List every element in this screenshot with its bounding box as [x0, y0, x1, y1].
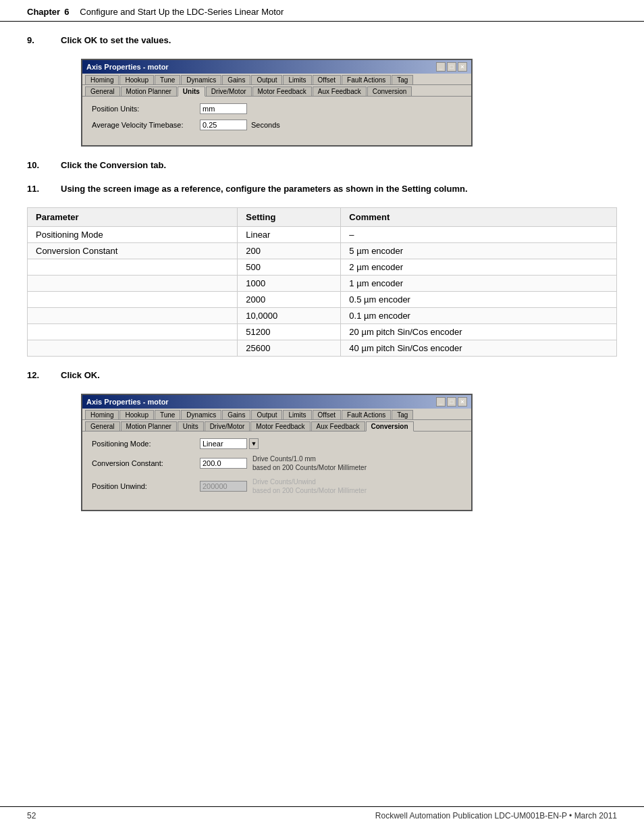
tab-motion-planner[interactable]: Motion Planner: [121, 86, 177, 96]
dialog2-tab-motor-feedback[interactable]: Motor Feedback: [250, 421, 310, 431]
table-cell-parameter: [28, 292, 238, 308]
dialog2-tab-general[interactable]: General: [85, 421, 120, 431]
step-12: 12. Click OK.: [27, 370, 617, 380]
positioning-mode-select-wrapper: ▼: [200, 438, 259, 449]
table-cell-setting: 200: [238, 243, 341, 259]
tab-aux-feedback[interactable]: Aux Feedback: [313, 86, 367, 96]
unwind-desc-line1: Drive Counts/Unwind: [252, 477, 367, 486]
avg-velocity-label: Average Velocity Timebase:: [92, 121, 200, 129]
dialog2-tab-units[interactable]: Units: [178, 421, 204, 431]
table-cell-parameter: Positioning Mode: [28, 227, 238, 243]
dialog2-tab-limits[interactable]: Limits: [283, 410, 311, 419]
tab-drive-motor[interactable]: Drive/Motor: [206, 86, 252, 96]
table-cell-setting: 25600: [238, 340, 341, 357]
tab-limits[interactable]: Limits: [283, 75, 311, 84]
tab-gains[interactable]: Gains: [222, 75, 250, 84]
dialog2-tab-conversion[interactable]: Conversion: [366, 421, 414, 432]
positioning-mode-value[interactable]: [200, 438, 247, 449]
dialog-2: Axis Properties - motor _ □ × Homing Hoo…: [81, 394, 473, 511]
positioning-mode-field: Positioning Mode: ▼: [92, 438, 462, 449]
dialog2-tab-tag[interactable]: Tag: [392, 410, 413, 419]
positioning-mode-dropdown-arrow[interactable]: ▼: [249, 438, 259, 449]
step-9-number: 9.: [27, 35, 61, 45]
conversion-constant-input[interactable]: [200, 458, 247, 469]
dialog2-tab-output[interactable]: Output: [251, 410, 282, 419]
avg-velocity-field: Average Velocity Timebase: Seconds: [92, 120, 462, 130]
position-units-field: Position Units:: [92, 103, 462, 114]
step-10: 10. Click the Conversion tab.: [27, 160, 617, 170]
tab-offset[interactable]: Offset: [313, 75, 342, 84]
publication-info: Rockwell Automation Publication LDC-UM00…: [375, 811, 617, 820]
table-cell-parameter: [28, 324, 238, 340]
step-9-text: Click OK to set the values.: [61, 35, 617, 45]
position-unwind-input: [200, 481, 247, 492]
position-unwind-field: Position Unwind: Drive Counts/Unwind bas…: [92, 477, 462, 495]
dialog-2-titlebar-controls[interactable]: _ □ ×: [436, 397, 467, 407]
tab-tag[interactable]: Tag: [392, 75, 413, 84]
table-cell-setting: 51200: [238, 324, 341, 340]
position-units-input[interactable]: [200, 103, 247, 114]
table-cell-comment: 0.5 µm encoder: [341, 292, 617, 308]
dialog-2-tabs-row2: General Motion Planner Units Drive/Motor…: [82, 420, 471, 432]
tab-units[interactable]: Units: [178, 86, 205, 97]
dialog2-tab-fault-actions[interactable]: Fault Actions: [342, 410, 391, 419]
step-11-number: 11.: [27, 184, 61, 194]
conversion-constant-field: Conversion Constant: Drive Counts/1.0 mm…: [92, 454, 462, 472]
step-9: 9. Click OK to set the values.: [27, 35, 617, 45]
position-unwind-desc: Drive Counts/Unwind based on 200 Counts/…: [252, 477, 367, 495]
dialog2-minimize-button[interactable]: _: [436, 397, 446, 407]
conversion-desc-line2: based on 200 Counts/Motor Millimeter: [252, 463, 367, 472]
page-header: Chapter 6 Configure and Start Up the LDC…: [0, 0, 644, 22]
table-cell-comment: 2 µm encoder: [341, 259, 617, 276]
dialog2-tab-aux-feedback[interactable]: Aux Feedback: [311, 421, 365, 431]
dialog-1-titlebar: Axis Properties - motor _ □ ×: [82, 60, 471, 74]
table-cell-parameter: [28, 340, 238, 357]
positioning-mode-label: Positioning Mode:: [92, 440, 200, 448]
table-row: 10001 µm encoder: [28, 276, 617, 292]
main-content: 9. Click OK to set the values. Axis Prop…: [0, 22, 644, 552]
table-cell-parameter: Conversion Constant: [28, 243, 238, 259]
table-cell-setting: 2000: [238, 292, 341, 308]
table-row: 5002 µm encoder: [28, 259, 617, 276]
table-row: 5120020 µm pitch Sin/Cos encoder: [28, 324, 617, 340]
dialog2-tab-tune[interactable]: Tune: [155, 410, 180, 419]
tab-homing[interactable]: Homing: [85, 75, 119, 84]
tab-motor-feedback[interactable]: Motor Feedback: [252, 86, 312, 96]
table-cell-parameter: [28, 308, 238, 324]
dialog2-close-button[interactable]: ×: [458, 397, 467, 407]
chapter-label: Chapter: [27, 7, 60, 17]
dialog2-tab-motion-planner[interactable]: Motion Planner: [121, 421, 177, 431]
maximize-button[interactable]: □: [447, 62, 456, 72]
tab-hookup[interactable]: Hookup: [119, 75, 153, 84]
dialog-2-tabs-row1: Homing Hookup Tune Dynamics Gains Output…: [82, 409, 471, 420]
tab-dynamics[interactable]: Dynamics: [181, 75, 221, 84]
dialog-1: Axis Properties - motor _ □ × Homing Hoo…: [81, 59, 473, 147]
conversion-constant-desc: Drive Counts/1.0 mm based on 200 Counts/…: [252, 454, 367, 472]
dialog2-tab-drive-motor[interactable]: Drive/Motor: [205, 421, 250, 431]
tab-general[interactable]: General: [85, 86, 120, 96]
table-cell-parameter: [28, 259, 238, 276]
tab-output[interactable]: Output: [251, 75, 282, 84]
tab-conversion[interactable]: Conversion: [367, 86, 412, 96]
close-button[interactable]: ×: [458, 62, 467, 72]
tab-tune[interactable]: Tune: [155, 75, 180, 84]
table-cell-comment: 1 µm encoder: [341, 276, 617, 292]
dialog2-tab-offset[interactable]: Offset: [313, 410, 342, 419]
dialog2-tab-dynamics[interactable]: Dynamics: [181, 410, 221, 419]
table-cell-setting: 1000: [238, 276, 341, 292]
step-11: 11. Using the screen image as a referenc…: [27, 184, 617, 194]
titlebar-controls[interactable]: _ □ ×: [436, 62, 467, 72]
dialog2-tab-homing[interactable]: Homing: [85, 410, 119, 419]
minimize-button[interactable]: _: [436, 62, 446, 72]
dialog2-tab-hookup[interactable]: Hookup: [119, 410, 153, 419]
dialog2-tab-gains[interactable]: Gains: [222, 410, 250, 419]
table-header-comment: Comment: [341, 208, 617, 227]
table-row: 10,00000.1 µm encoder: [28, 308, 617, 324]
table-header-setting: Setting: [238, 208, 341, 227]
table-cell-setting: 10,0000: [238, 308, 341, 324]
tab-fault-actions[interactable]: Fault Actions: [342, 75, 391, 84]
dialog2-maximize-button[interactable]: □: [447, 397, 456, 407]
dialog-2-titlebar: Axis Properties - motor _ □ ×: [82, 395, 471, 409]
avg-velocity-input[interactable]: [200, 120, 247, 130]
dialog-2-body: Positioning Mode: ▼ Conversion Constant:…: [82, 432, 471, 510]
